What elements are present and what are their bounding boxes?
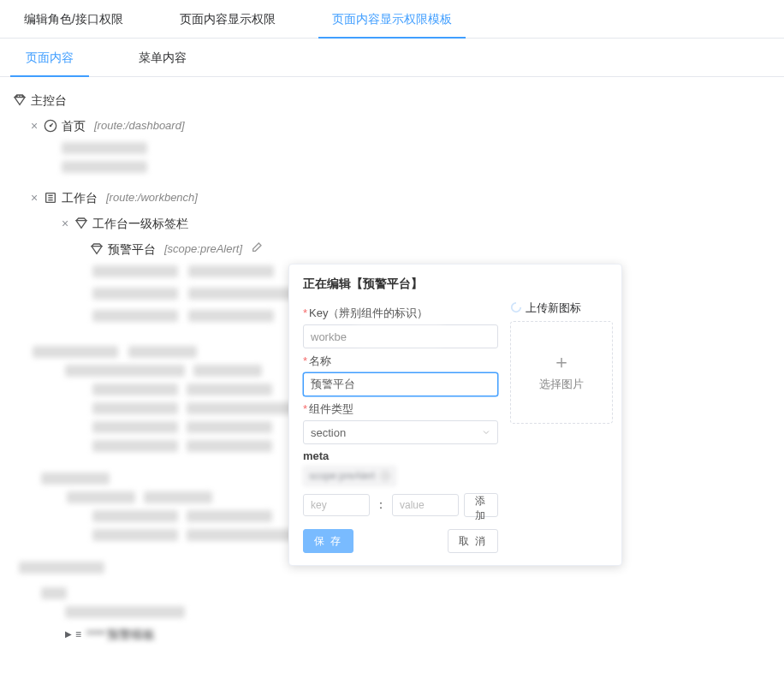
upload-image-box[interactable]: ＋ 选择图片	[510, 321, 613, 424]
meta-tag[interactable]: scope:preAlert ×	[303, 466, 396, 486]
tree-node-label: ****	[86, 625, 105, 644]
diamond-icon	[12, 92, 27, 108]
select-type[interactable]	[303, 420, 498, 444]
plus-icon: ＋	[552, 353, 571, 372]
tree-node-label: 预警平台	[108, 240, 156, 259]
tree-node-meta: [route:/dashboard]	[94, 116, 185, 135]
chevron-right-icon: ▶	[65, 625, 72, 644]
close-icon[interactable]: ×	[27, 188, 41, 207]
cancel-button[interactable]: 取 消	[448, 529, 498, 553]
tab-display-permission-template[interactable]: 页面内容显示权限模板	[318, 0, 466, 38]
add-meta-button[interactable]: 添 加	[464, 493, 498, 517]
svg-point-1	[50, 125, 52, 128]
spinner-icon	[510, 301, 522, 316]
tree-node-workbench-tabs[interactable]: × 工作台一级标签栏	[7, 211, 777, 236]
upload-placeholder: 选择图片	[539, 377, 584, 392]
sub-tabs-bar: 页面内容 菜单内容	[0, 39, 784, 77]
tree-node-label: 首页	[62, 116, 86, 135]
tree-node-label-suffix: 预警模板	[107, 625, 155, 644]
kv-colon: ：	[375, 497, 387, 513]
diamond-icon	[89, 241, 104, 257]
tree-node-label: 工作台一级标签栏	[92, 214, 188, 233]
edit-icon[interactable]	[251, 240, 264, 259]
close-icon[interactable]: ×	[27, 116, 41, 135]
subtab-page-content[interactable]: 页面内容	[10, 39, 89, 76]
tree-row-blurred	[7, 158, 777, 176]
dashboard-icon	[43, 118, 58, 134]
tree-row-blurred	[7, 603, 777, 622]
tree-node-prealert[interactable]: 预警平台 [scope:preAlert]	[7, 236, 777, 262]
label-key: Key（辨别组件的标识）	[303, 306, 498, 321]
tree-root[interactable]: 主控台	[7, 87, 777, 113]
close-icon[interactable]: ×	[58, 214, 72, 233]
tree-node-workbench[interactable]: × 工作台 [route:/workbench]	[7, 185, 777, 211]
tree-node-home[interactable]: × 首页 [route:/dashboard]	[7, 113, 777, 139]
input-name[interactable]	[303, 372, 498, 396]
panel-title: 正在编辑【预警平台】	[303, 277, 608, 292]
tree-row-caret[interactable]: ▶ ≡ **** 预警模板	[7, 622, 777, 647]
top-tabs-bar: 编辑角色/接口权限 页面内容显示权限 页面内容显示权限模板	[0, 0, 784, 39]
label-type: 组件类型	[303, 401, 498, 417]
tab-edit-role-api[interactable]: 编辑角色/接口权限	[10, 0, 137, 38]
label-meta: meta	[303, 449, 498, 462]
meta-tag-text: scope:preAlert	[309, 470, 375, 482]
tree-root-label: 主控台	[31, 91, 67, 110]
label-name: 名称	[303, 354, 498, 369]
subtab-menu-content[interactable]: 菜单内容	[123, 39, 202, 76]
tree-node-meta: [route:/workbench]	[106, 188, 198, 207]
tree-row-blurred	[7, 139, 777, 158]
bars-icon: ≡	[75, 625, 81, 644]
tab-display-permission[interactable]: 页面内容显示权限	[166, 0, 289, 38]
input-meta-key[interactable]	[303, 494, 370, 516]
tree-node-label: 工作台	[62, 188, 98, 207]
close-icon[interactable]: ×	[380, 471, 390, 481]
tree-row-blurred	[7, 584, 777, 603]
select-type-display[interactable]	[303, 420, 498, 444]
input-meta-value[interactable]	[392, 494, 459, 516]
list-icon	[43, 190, 58, 205]
label-upload: 上传新图标	[526, 300, 581, 316]
diamond-icon	[74, 216, 89, 231]
tree-node-meta: [scope:preAlert]	[164, 240, 242, 259]
save-button[interactable]: 保 存	[303, 529, 353, 553]
edit-panel: 正在编辑【预警平台】 Key（辨别组件的标识） 名称 组件类型 meta sco…	[288, 264, 622, 566]
